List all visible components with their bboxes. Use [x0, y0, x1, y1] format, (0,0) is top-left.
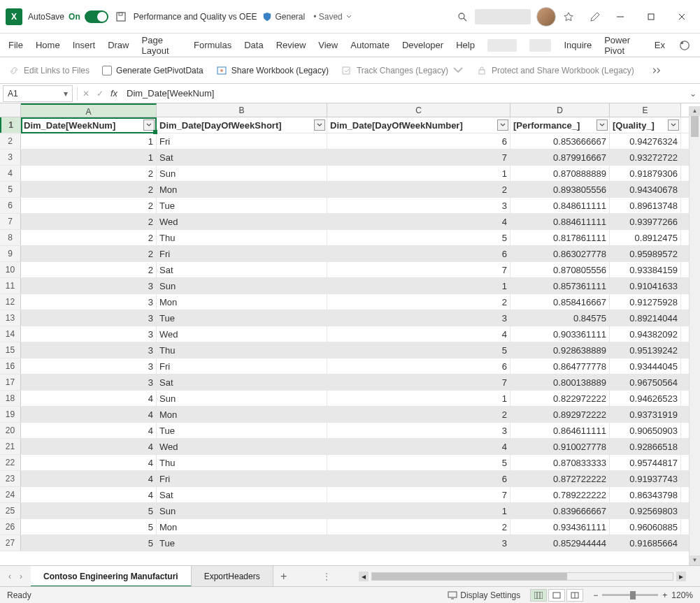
cell[interactable]: Sun: [157, 166, 327, 181]
page-layout-view-button[interactable]: [548, 589, 565, 602]
cell[interactable]: 0.864777778: [510, 358, 610, 374]
tab-automate[interactable]: Automate: [350, 36, 390, 55]
cell[interactable]: 4: [327, 439, 510, 454]
search-icon[interactable]: [455, 10, 469, 24]
cell[interactable]: 4: [21, 455, 157, 470]
cell[interactable]: 0.86343798: [610, 487, 681, 502]
row-header[interactable]: 4: [0, 166, 21, 181]
cell[interactable]: 0.93444045: [610, 358, 681, 374]
vertical-scrollbar[interactable]: ▲ ▼: [689, 106, 700, 565]
filter-button[interactable]: [314, 119, 325, 131]
cell[interactable]: Mon: [157, 182, 327, 197]
formula-input[interactable]: Dim_Date[WeekNum]: [121, 88, 686, 99]
cell[interactable]: 7: [327, 375, 510, 390]
cell[interactable]: Sat: [157, 375, 327, 390]
cell[interactable]: 5: [327, 230, 510, 245]
cell[interactable]: 0.870805556: [510, 262, 610, 277]
normal-view-button[interactable]: [530, 589, 547, 602]
tab-more[interactable]: Ex: [655, 36, 665, 55]
cell[interactable]: Fri: [157, 471, 327, 486]
cell[interactable]: Tue: [157, 310, 327, 326]
col-header-B[interactable]: B: [157, 103, 327, 117]
cell[interactable]: 0.903361111: [510, 326, 610, 342]
cell[interactable]: 0.870833333: [510, 455, 610, 470]
row-header[interactable]: 24: [0, 487, 21, 502]
cell[interactable]: 4: [21, 439, 157, 454]
autosave-toggle[interactable]: AutoSave On: [28, 10, 108, 23]
cell[interactable]: 0.870888889: [510, 166, 610, 181]
cell[interactable]: 1: [21, 133, 157, 149]
row-header[interactable]: 22: [0, 455, 21, 470]
close-button[interactable]: [669, 8, 694, 25]
prev-sheet-button[interactable]: ‹: [8, 572, 11, 581]
cell[interactable]: 0.858416667: [510, 294, 610, 310]
cell[interactable]: Mon: [157, 519, 327, 535]
cell[interactable]: 3: [21, 326, 157, 342]
generate-getpivotdata-checkbox[interactable]: Generate GetPivotData: [102, 66, 203, 75]
row-header[interactable]: 20: [0, 423, 21, 438]
cell[interactable]: 0.92569803: [610, 503, 681, 518]
pencil-icon[interactable]: [588, 10, 602, 24]
tab-review[interactable]: Review: [276, 36, 306, 55]
row-header[interactable]: 11: [0, 278, 21, 293]
cell[interactable]: 0.91041633: [610, 278, 681, 293]
cell[interactable]: 0.789222222: [510, 487, 610, 502]
cell[interactable]: 3: [21, 358, 157, 374]
cell[interactable]: 0.91937743: [610, 471, 681, 486]
sheet-menu-icon[interactable]: ⋮: [322, 572, 331, 581]
cell[interactable]: 0.91879306: [610, 166, 681, 181]
cell[interactable]: 2: [21, 182, 157, 197]
cell[interactable]: 0.93272722: [610, 150, 681, 165]
cell[interactable]: 0.910027778: [510, 439, 610, 454]
name-box[interactable]: A1 ▾: [3, 85, 73, 102]
tab-file[interactable]: File: [8, 36, 23, 55]
cell[interactable]: 0.863027778: [510, 246, 610, 261]
horizontal-scrollbar[interactable]: ◂ ▸: [359, 572, 686, 581]
cell[interactable]: 6: [327, 358, 510, 374]
collapse-ribbon-icon[interactable]: [678, 38, 692, 52]
cell[interactable]: 0.839666667: [510, 503, 610, 518]
cell[interactable]: 6: [327, 471, 510, 486]
tab-inquire[interactable]: Inquire: [564, 36, 592, 55]
row-header[interactable]: 17: [0, 375, 21, 390]
scroll-up-icon[interactable]: ▲: [690, 106, 700, 116]
row-header[interactable]: 10: [0, 262, 21, 277]
cell[interactable]: 4: [21, 423, 157, 438]
cell[interactable]: 3: [21, 278, 157, 293]
cell[interactable]: 7: [327, 262, 510, 277]
cell[interactable]: Tue: [157, 423, 327, 438]
cell[interactable]: 5: [21, 535, 157, 551]
cell[interactable]: 0.8912475: [610, 230, 681, 245]
cell[interactable]: Tue: [157, 198, 327, 213]
cell[interactable]: 0.893805556: [510, 182, 610, 197]
scrollbar-thumb[interactable]: [372, 573, 568, 580]
cell[interactable]: Fri: [157, 358, 327, 374]
row-header[interactable]: 6: [0, 198, 21, 213]
cell[interactable]: 2: [21, 230, 157, 245]
zoom-control[interactable]: − + 120%: [593, 590, 693, 600]
user-avatar[interactable]: [536, 7, 556, 27]
save-icon[interactable]: [114, 10, 128, 24]
tab-developer[interactable]: Developer: [402, 36, 443, 55]
cell[interactable]: 3: [21, 342, 157, 358]
row-header[interactable]: 19: [0, 407, 21, 422]
tab-formulas[interactable]: Formulas: [194, 36, 231, 55]
cell[interactable]: Mon: [157, 294, 327, 310]
table-header-cell[interactable]: [Quality_]: [610, 117, 681, 133]
cell[interactable]: 2: [21, 198, 157, 213]
cell[interactable]: 0.95989572: [610, 246, 681, 261]
table-header-cell[interactable]: [Performance_]: [510, 117, 610, 133]
cell[interactable]: 2: [327, 407, 510, 422]
cell[interactable]: Sun: [157, 278, 327, 293]
cell[interactable]: 0.934361111: [510, 519, 610, 535]
cell[interactable]: 2: [327, 182, 510, 197]
cell[interactable]: 4: [21, 471, 157, 486]
cell[interactable]: 0.93977266: [610, 214, 681, 229]
scroll-left-icon[interactable]: ◂: [359, 572, 369, 581]
tab-help[interactable]: Help: [456, 36, 475, 55]
tab-view[interactable]: View: [318, 36, 338, 55]
row-header[interactable]: 7: [0, 214, 21, 229]
cell[interactable]: Thu: [157, 342, 327, 358]
cell[interactable]: 0.93731919: [610, 407, 681, 422]
row-header[interactable]: 27: [0, 535, 21, 551]
